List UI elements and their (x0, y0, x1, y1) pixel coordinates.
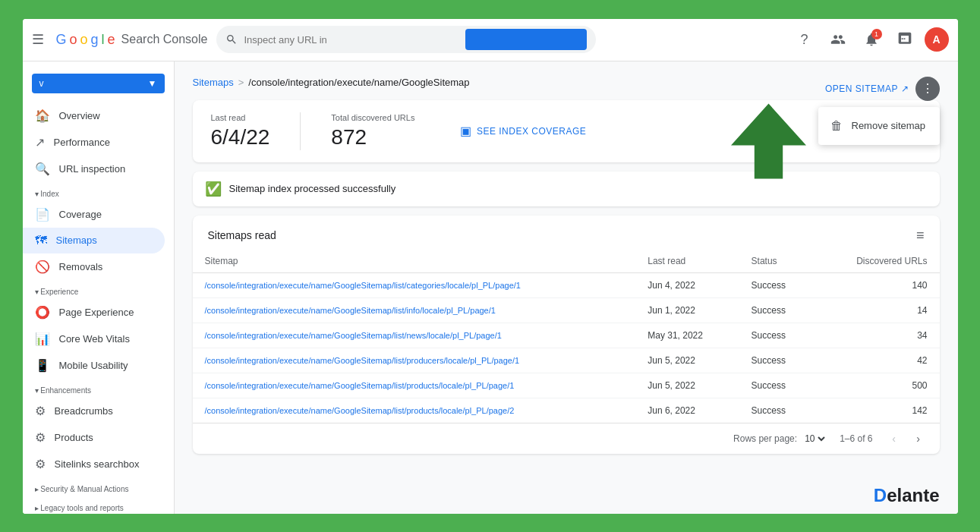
legacy-toggle[interactable]: ▸ Legacy tools and reports (35, 504, 162, 512)
col-status: Status (739, 250, 816, 273)
cell-sitemap: /console/integration/execute/name/Google… (193, 272, 636, 297)
success-message: ✅ Sitemap index processed successfully (193, 172, 940, 206)
cell-discovered-urls: 14 (815, 297, 939, 323)
main-layout: v ▼ 🏠 Overview ↗ Performance 🔍 URL inspe… (23, 61, 958, 514)
rows-per-page: Rows per page: 10 25 50 (733, 433, 827, 445)
cell-last-read: Jun 1, 2022 (635, 297, 739, 323)
cell-discovered-urls: 34 (815, 323, 939, 348)
cell-sitemap: /console/integration/execute/name/Google… (193, 323, 636, 348)
sidebar-item-performance[interactable]: ↗ Performance (23, 129, 165, 156)
sidebar-item-breadcrumbs[interactable]: ⚙ Breadcrumbs (23, 398, 165, 424)
cell-status: Success (739, 323, 816, 348)
more-options-button[interactable]: ⋮ 🗑 Remove sitemap (915, 77, 940, 101)
security-toggle[interactable]: ▸ Security & Manual Actions (35, 485, 162, 493)
cell-status: Success (739, 398, 816, 423)
index-toggle[interactable]: ▾ Index (35, 190, 162, 198)
table-row[interactable]: /console/integration/execute/name/Google… (193, 398, 940, 423)
cell-sitemap: /console/integration/execute/name/Google… (193, 297, 636, 323)
sidebar-item-mobile-usability[interactable]: 📱 Mobile Usability (23, 352, 165, 379)
table-row[interactable]: /console/integration/execute/name/Google… (193, 272, 940, 297)
filter-icon[interactable]: ≡ (916, 228, 925, 244)
removals-icon: 🚫 (35, 260, 50, 274)
table-footer: Rows per page: 10 25 50 1–6 of 6 ‹ › (193, 423, 940, 454)
dropdown-menu: 🗑 Remove sitemap (818, 107, 940, 145)
col-discovered-urls: Discovered URLs (815, 250, 939, 273)
performance-icon: ↗ (35, 135, 45, 150)
sidebar-item-core-web-vitals[interactable]: 📊 Core Web Vitals (23, 326, 165, 352)
app-logo: Google Search Console (56, 32, 208, 48)
cell-sitemap: /console/integration/execute/name/Google… (193, 398, 636, 423)
sidebar-item-overview[interactable]: 🏠 Overview (23, 102, 165, 129)
property-label: v (39, 78, 44, 89)
col-sitemap: Sitemap (193, 250, 636, 273)
table-row[interactable]: /console/integration/execute/name/Google… (193, 323, 940, 348)
index-icon: ▣ (460, 124, 472, 138)
cell-last-read: Jun 4, 2022 (635, 272, 739, 297)
table-row[interactable]: /console/integration/execute/name/Google… (193, 348, 940, 373)
sitemaps-table-card: Sitemaps read ≡ Sitemap Last read Status… (193, 216, 940, 454)
cell-status: Success (739, 272, 816, 297)
svg-marker-0 (731, 103, 806, 178)
experience-toggle[interactable]: ▾ Experience (35, 288, 162, 296)
property-arrow: ▼ (148, 78, 157, 89)
cell-sitemap: /console/integration/execute/name/Google… (193, 373, 636, 398)
top-bar-right: ? 1 A (791, 26, 949, 53)
experience-section: ▾ Experience (23, 280, 174, 299)
last-read-stat: Last read 6/4/22 (211, 113, 270, 150)
help-icon[interactable]: ? (791, 26, 818, 53)
open-sitemap-icon: ↗ (901, 83, 909, 94)
sidebar-item-sitelinks[interactable]: ⚙ Sitelinks searchbox (23, 451, 165, 477)
search-icon (225, 33, 238, 46)
sidebar: v ▼ 🏠 Overview ↗ Performance 🔍 URL inspe… (23, 61, 175, 514)
search-bar[interactable] (216, 26, 596, 53)
content-area: Sitemaps > /console/integration/execute/… (175, 61, 958, 514)
search-highlight (465, 29, 587, 50)
security-section: ▸ Security & Manual Actions (23, 477, 174, 496)
cwv-icon: 📊 (35, 332, 50, 346)
breadcrumb-parent[interactable]: Sitemaps (193, 77, 234, 88)
success-icon: ✅ (205, 181, 222, 197)
breadcrumb-separator: > (238, 77, 244, 88)
property-selector[interactable]: v ▼ (32, 74, 165, 93)
open-sitemap-bar: OPEN SITEMAP ↗ ⋮ 🗑 Remove sitemap (825, 77, 940, 101)
cell-sitemap: /console/integration/execute/name/Google… (193, 348, 636, 373)
table-header: Sitemaps read ≡ (193, 216, 940, 250)
sitemap-icon: 🗺 (35, 234, 47, 247)
cell-discovered-urls: 500 (815, 373, 939, 398)
total-urls-stat: Total discovered URLs 872 (331, 113, 414, 150)
next-page-button[interactable]: › (909, 430, 928, 448)
breadcrumbs-icon: ⚙ (35, 404, 46, 418)
search-input[interactable] (244, 34, 459, 46)
apps-icon[interactable] (891, 26, 919, 53)
enhancements-toggle[interactable]: ▾ Enhancements (35, 386, 162, 395)
people-icon[interactable] (824, 26, 852, 53)
sidebar-item-coverage[interactable]: 📄 Coverage (23, 201, 165, 228)
notifications-icon[interactable]: 1 (858, 26, 885, 53)
avatar[interactable]: A (925, 27, 949, 52)
table-row[interactable]: /console/integration/execute/name/Google… (193, 297, 940, 323)
mobile-icon: 📱 (35, 358, 50, 373)
sitemaps-table: Sitemap Last read Status Discovered URLs… (193, 250, 940, 423)
open-sitemap-button[interactable]: OPEN SITEMAP ↗ (825, 83, 909, 94)
cell-status: Success (739, 373, 816, 398)
cell-discovered-urls: 142 (815, 398, 939, 423)
prev-page-button[interactable]: ‹ (885, 430, 903, 448)
page-navigation: ‹ › (885, 430, 928, 448)
cell-status: Success (739, 297, 816, 323)
sidebar-item-removals[interactable]: 🚫 Removals (23, 253, 165, 280)
menu-icon[interactable]: ☰ (32, 31, 44, 48)
table-row[interactable]: /console/integration/execute/name/Google… (193, 373, 940, 398)
sidebar-item-url-inspection[interactable]: 🔍 URL inspection (23, 156, 165, 182)
cell-last-read: May 31, 2022 (635, 323, 739, 348)
notification-badge: 1 (871, 29, 882, 39)
sidebar-item-page-experience[interactable]: ⭕ Page Experience (23, 299, 165, 326)
sidebar-item-sitemaps[interactable]: 🗺 Sitemaps (23, 228, 165, 253)
trash-icon: 🗑 (830, 119, 843, 133)
see-index-coverage-button[interactable]: ▣ SEE INDEX COVERAGE (460, 124, 586, 138)
col-last-read: Last read (635, 250, 739, 273)
sidebar-item-products[interactable]: ⚙ Products (23, 424, 165, 451)
remove-sitemap-button[interactable]: 🗑 Remove sitemap (818, 113, 940, 139)
cell-last-read: Jun 5, 2022 (635, 373, 739, 398)
legacy-section: ▸ Legacy tools and reports (23, 496, 174, 514)
rows-per-page-select[interactable]: 10 25 50 (802, 433, 827, 445)
